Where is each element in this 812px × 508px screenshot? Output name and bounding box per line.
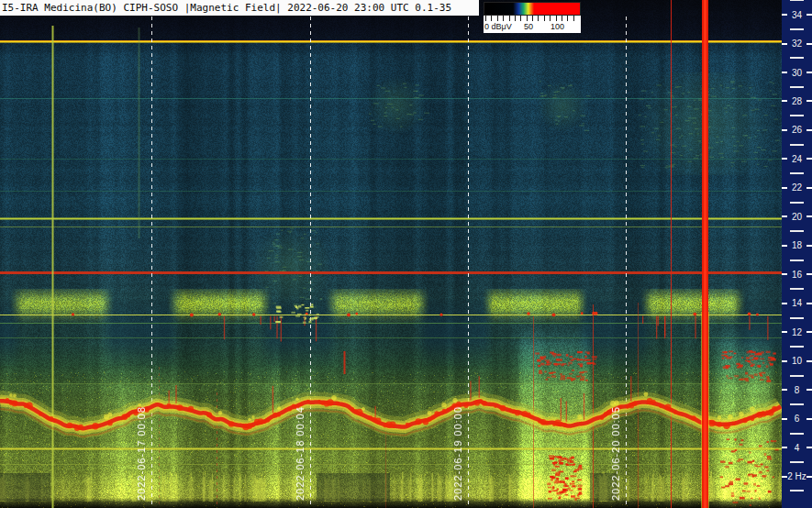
y-axis-tick-12: 12 [782,326,812,338]
title-bar: I5-IRA Medicina(BO) CIPH-SOSO |Magnetic … [0,0,479,16]
x-axis-date-label: 2022-06-20 00:05 [610,406,621,501]
tick-dash [806,158,812,160]
y-axis-minor-tick [790,375,804,377]
tick-label: 26 [787,125,806,135]
tick-dash [806,303,812,304]
y-axis-minor-tick [790,490,804,491]
y-axis-tick-16: 16 [782,268,812,281]
y-axis-minor-tick [790,57,804,59]
y-axis-tick-22: 22 [782,182,812,194]
colorbar-gradient [484,2,581,16]
y-axis-tick-32: 32 [782,38,812,50]
tick-label: 28 [787,96,806,106]
y-axis-minor-tick [790,403,804,405]
y-axis-minor-tick [790,288,804,290]
colorbar-legend: 0 dBμV 50 100 [484,2,581,33]
y-axis-tick-14: 14 [782,297,812,310]
tick-dash [806,389,812,391]
frequency-axis: 343230282624222018161412108642 Hz [782,0,812,508]
x-axis-date-label: 2022-06-17 00:08 [136,406,147,501]
y-axis-minor-tick [790,230,804,232]
tick-label: 10 [787,356,806,366]
tick-dash [806,43,812,45]
tick-label: 22 [787,182,806,193]
tick-dash [806,187,812,189]
y-axis-tick-20: 20 [782,210,812,223]
tick-label: 6 [787,414,806,424]
tick-label: 24 [787,154,806,164]
y-axis-minor-tick [790,461,804,463]
colorbar-label-min: 0 dBμV [484,22,512,31]
colorbar-label-max: 100 [551,22,564,31]
y-axis-minor-tick [790,0,804,1]
tick-dash [806,72,812,73]
y-axis-tick-4: 4 [782,441,812,454]
tick-label: 12 [787,327,806,337]
tick-label: 34 [787,10,806,20]
y-axis-minor-tick [790,433,804,435]
tick-label: 30 [787,68,806,78]
y-axis-minor-tick [790,202,804,204]
y-axis-minor-tick [790,346,804,348]
tick-label: 32 [787,39,806,49]
colorbar-label-mid: 50 [524,22,533,31]
y-axis-tick-10: 10 [782,355,812,368]
y-axis-minor-tick [790,260,804,261]
y-axis-minor-tick [790,28,804,30]
tick-label: 16 [787,270,806,280]
colorbar-ticks [485,16,579,21]
y-axis-minor-tick [790,172,804,174]
tick-dash [806,100,812,102]
y-axis-minor-tick [790,144,804,146]
tick-dash [806,360,812,362]
tick-dash [806,215,812,217]
tick-dash [806,418,812,420]
y-axis-minor-tick [790,86,804,88]
tick-label: 20 [787,212,806,222]
x-axis-date-label: 2022-06-19 00:00 [452,406,463,501]
spectrogram-canvas [0,0,782,508]
spectrogram-page: 2022-06-17 00:082022-06-18 00:042022-06-… [0,0,812,508]
tick-label: 14 [787,298,806,308]
tick-dash [806,331,812,333]
tick-dash [806,14,812,16]
y-axis-tick-26: 26 [782,124,812,137]
tick-label: 2 Hz [787,471,806,481]
colorbar-scale-strip: 0 dBμV 50 100 [484,16,581,33]
tick-dash [806,447,812,448]
y-axis-tick-24: 24 [782,152,812,165]
y-axis-minor-tick [790,317,804,319]
y-axis-tick-28: 28 [782,94,812,107]
y-axis-tick-18: 18 [782,239,812,252]
y-axis-tick-34: 34 [782,8,812,21]
tick-dash [806,129,812,131]
x-axis-date-label: 2022-06-18 00:04 [295,406,306,501]
y-axis-tick-30: 30 [782,66,812,79]
tick-dash [806,245,812,247]
y-axis-minor-tick [790,115,804,116]
y-axis-tick-6: 6 [782,413,812,425]
y-axis-tick-8: 8 [782,383,812,396]
tick-label: 18 [787,240,806,250]
tick-label: 4 [787,443,806,453]
tick-label: 8 [787,385,806,395]
tick-dash [806,273,812,275]
tick-dash [806,476,812,478]
y-axis-tick-2: 2 Hz [782,470,812,483]
